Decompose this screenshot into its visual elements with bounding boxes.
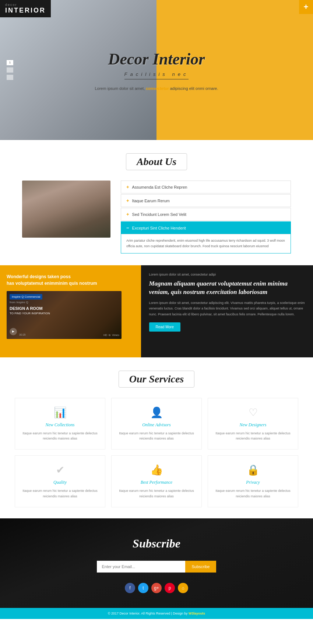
service-desc-3: Itaque earum rerum hic tenetur a sapient… xyxy=(213,431,293,441)
service-desc-6: Itaque earum rerum hic tenetur a sapient… xyxy=(213,488,293,499)
video-play-button[interactable]: ▶ xyxy=(10,328,17,335)
subscribe-title: Subscribe xyxy=(15,537,298,550)
video-left: Wonderful designs taken poss has volupta… xyxy=(0,265,141,357)
video-section: Wonderful designs taken poss has volupta… xyxy=(0,265,313,357)
video-from-text: from Inspire Q xyxy=(10,301,28,304)
subscribe-form: Subscribe xyxy=(15,561,298,573)
service-card-4: ✔ Quality Itaque earum rerum hic tenetur… xyxy=(15,455,105,507)
video-right-desc: Lorem ipsum dolor sit amet, consectetur … xyxy=(149,300,305,317)
logo-bar: decor INTERIOR xyxy=(0,0,51,17)
service-title-2: Online Advisors xyxy=(117,422,196,428)
video-tagline: Wonderful designs taken poss has volupta… xyxy=(7,273,134,287)
footer: © 2017 Decor Interior. All Rights Reserv… xyxy=(0,608,313,619)
best-performance-icon: 👍 xyxy=(117,464,196,476)
read-more-button[interactable]: Read More xyxy=(149,322,180,332)
service-card-6: 🔒 Privacy Itaque earum rerum hic tenetur… xyxy=(208,455,298,507)
acc-plus-icon-1: + xyxy=(126,184,129,190)
acc-plus-icon-2: + xyxy=(126,198,129,203)
video-right: Lorem ipsum dolor sit amet, consectetur … xyxy=(141,265,313,357)
hero-content: Decor Interior Facilisis nec Lorem ipsum… xyxy=(64,50,249,91)
service-desc-5: Itaque earum rerum hic tenetur a sapient… xyxy=(117,488,196,499)
about-accordion: + Assumenda Est Cliche Repren + Itaque E… xyxy=(121,181,291,254)
googleplus-icon[interactable]: g+ xyxy=(151,583,162,593)
service-card-2: 👤 Online Advisors Itaque earum rerum hic… xyxy=(111,398,202,450)
footer-text: © 2017 Decor Interior. All Rights Reserv… xyxy=(108,612,188,615)
social-icons: f t g+ p ⌂ xyxy=(15,583,298,593)
pinterest-icon[interactable]: p xyxy=(165,583,175,593)
nav-dot-3[interactable] xyxy=(7,75,13,80)
privacy-icon: 🔒 xyxy=(213,464,293,476)
accordion-item-2[interactable]: + Itaque Earum Rerum xyxy=(121,194,291,207)
subscribe-section: Subscribe Subscribe f t g+ p ⌂ xyxy=(0,518,313,608)
facebook-icon[interactable]: f xyxy=(125,583,135,593)
service-desc-1: Itaque earum rerum hic tenetur a sapient… xyxy=(20,431,100,441)
hero-nav-dots: 1 xyxy=(7,60,13,80)
nav-dot-2[interactable] xyxy=(7,67,13,73)
services-title: Our Services xyxy=(119,371,195,388)
service-card-1: 📊 New Collections Itaque earum rerum hic… xyxy=(15,398,105,450)
accordion-item-4[interactable]: − Excepturi Sint Cliche Henderit Arim pa… xyxy=(121,221,291,253)
plus-button[interactable]: + xyxy=(299,0,313,14)
accordion-header-2[interactable]: + Itaque Earum Rerum xyxy=(121,195,291,207)
video-duration: 30:25 xyxy=(19,333,26,336)
service-title-6: Privacy xyxy=(213,480,293,485)
video-right-small: Lorem ipsum dolor sit amet, consectetur … xyxy=(149,273,305,276)
about-section: About Us + Assumenda Est Cliche Repren +… xyxy=(0,140,313,265)
service-title-5: Best Performance xyxy=(117,480,196,485)
online-advisors-icon: 👤 xyxy=(117,406,196,419)
service-desc-4: Itaque earum rerum hic tenetur a sapient… xyxy=(20,488,100,499)
service-desc-2: Itaque earum rerum hic tenetur a sapient… xyxy=(117,431,196,441)
accordion-body-4: Arim pariatur cliche reprehenderit, enim… xyxy=(121,234,291,253)
service-title-1: New Collections xyxy=(20,422,100,428)
accordion-item-3[interactable]: + Sed Tincidunt Lorem Sed Velit xyxy=(121,208,291,221)
accordion-header-4[interactable]: − Excepturi Sint Cliche Henderit xyxy=(121,222,291,234)
hero-section: decor INTERIOR + 1 Decor Interior Facili… xyxy=(0,0,313,140)
email-input[interactable] xyxy=(97,561,185,573)
nav-dot-1[interactable]: 1 xyxy=(7,60,13,65)
accordion-item-1[interactable]: + Assumenda Est Cliche Repren xyxy=(121,181,291,193)
about-title: About Us xyxy=(126,153,187,170)
subscribe-button[interactable]: Subscribe xyxy=(185,561,217,573)
acc-minus-icon-4: − xyxy=(126,225,129,231)
video-design-text: DESIGN A ROOM TO FIND YOUR INSPIRATION xyxy=(10,306,50,316)
acc-plus-icon-3: + xyxy=(126,211,129,217)
video-controls: HD⧉Vimeo xyxy=(103,334,119,337)
new-designers-icon: ♡ xyxy=(213,406,293,419)
about-content: + Assumenda Est Cliche Repren + Itaque E… xyxy=(22,181,291,254)
service-title-4: Quality xyxy=(20,480,100,485)
logo-interior: INTERIOR xyxy=(5,7,46,14)
service-title-3: New Designers xyxy=(213,422,293,428)
accordion-header-3[interactable]: + Sed Tincidunt Lorem Sed Velit xyxy=(121,208,291,220)
rss-icon[interactable]: ⌂ xyxy=(178,583,188,593)
new-collections-icon: 📊 xyxy=(20,406,100,419)
hero-title: Decor Interior xyxy=(64,50,249,69)
video-right-title: Magnam aliquam quaerat voluptatemut enim… xyxy=(149,279,305,297)
service-card-3: ♡ New Designers Itaque earum rerum hic t… xyxy=(208,398,298,450)
quality-icon: ✔ xyxy=(20,464,100,476)
services-grid: 📊 New Collections Itaque earum rerum hic… xyxy=(15,398,298,508)
footer-brand: W3layouts xyxy=(189,612,205,615)
hero-highlight: consectetur xyxy=(146,86,169,91)
twitter-icon[interactable]: t xyxy=(138,583,148,593)
service-card-5: 👍 Best Performance Itaque earum rerum hi… xyxy=(111,455,202,507)
about-image xyxy=(22,181,110,238)
services-section: Our Services 📊 New Collections Itaque ea… xyxy=(0,357,313,519)
accordion-header-1[interactable]: + Assumenda Est Cliche Repren xyxy=(121,181,291,193)
hero-subtitle: Facilisis nec xyxy=(124,71,189,80)
hero-description: Lorem ipsum dolor sit amet, consectetur … xyxy=(64,86,249,91)
logo-decor: decor xyxy=(5,3,46,7)
video-player[interactable]: Inspire Q Commercial from Inspire Q DESI… xyxy=(7,291,122,339)
video-label-badge: Inspire Q Commercial xyxy=(10,294,42,300)
